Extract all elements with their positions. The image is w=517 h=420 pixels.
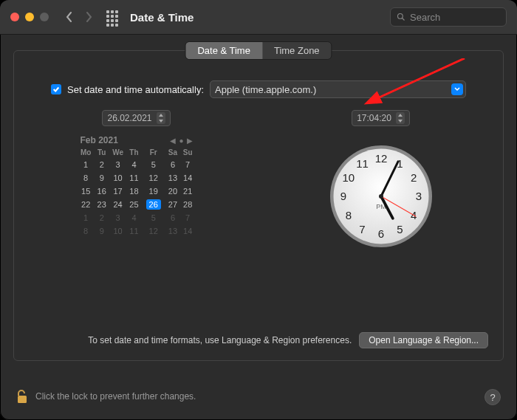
calendar-day[interactable]: 9: [95, 171, 109, 185]
calendar-next-icon[interactable]: ▶: [187, 137, 193, 145]
calendar-day[interactable]: 5: [141, 211, 165, 224]
back-button[interactable]: [62, 10, 77, 24]
svg-text:10: 10: [342, 171, 355, 184]
calendar-day[interactable]: 8: [78, 171, 95, 185]
calendar-day[interactable]: 3: [109, 158, 127, 171]
auto-set-label: Set date and time automatically:: [67, 84, 204, 95]
window-controls: [10, 13, 49, 21]
tab-bar: Date & Time Time Zone: [185, 41, 332, 60]
calendar-day[interactable]: 16: [95, 185, 109, 198]
calendar-day[interactable]: 12: [141, 171, 165, 185]
calendar-day[interactable]: 8: [78, 224, 95, 238]
time-stepper-value: 17:04:20: [357, 113, 391, 123]
lock-row: Click the lock to prevent further change…: [16, 389, 196, 404]
calendar-day[interactable]: 17: [109, 185, 127, 198]
calendar-day[interactable]: 11: [127, 171, 142, 185]
calendar-day[interactable]: 5: [141, 158, 165, 171]
footer-row: To set date and time formats, use Langua…: [29, 332, 488, 348]
minimize-window-button[interactable]: [25, 13, 34, 21]
calendar-day[interactable]: 15: [78, 185, 95, 198]
window-title: Date & Time: [130, 11, 194, 24]
auto-set-checkbox[interactable]: [51, 84, 61, 94]
search-icon: [397, 13, 405, 21]
lock-text: Click the lock to prevent further change…: [35, 391, 196, 402]
time-stepper[interactable]: 17:04:20: [352, 110, 410, 126]
content-panel: Date & Time Time Zone Set date and time …: [13, 50, 504, 361]
calendar-day[interactable]: 20: [165, 185, 180, 198]
calendar-month-year: Feb 2021: [81, 135, 118, 145]
calendar-grid[interactable]: MoTuWeThFrSaSu12345678910111213141516171…: [78, 147, 196, 238]
show-all-icon[interactable]: [106, 10, 120, 24]
time-server-combobox[interactable]: Apple (time.apple.com.): [210, 80, 466, 98]
svg-text:2: 2: [410, 171, 416, 184]
date-stepper[interactable]: 26.02.2021: [102, 110, 170, 126]
tab-time-zone[interactable]: Time Zone: [262, 42, 332, 59]
svg-point-0: [398, 14, 403, 19]
calendar-day[interactable]: 25: [127, 198, 142, 211]
svg-line-1: [403, 18, 405, 21]
calendar-day[interactable]: 14: [180, 171, 196, 185]
calendar-day[interactable]: 28: [180, 198, 196, 211]
calendar-day[interactable]: 6: [165, 158, 180, 171]
time-server-value: Apple (time.apple.com.): [215, 84, 316, 95]
calendar-nav[interactable]: ◀ ● ▶: [170, 137, 192, 145]
calendar-day[interactable]: 3: [109, 211, 127, 224]
calendar-day[interactable]: 23: [95, 198, 109, 211]
auto-set-row: Set date and time automatically: Apple (…: [51, 80, 466, 98]
calendar-day[interactable]: 11: [127, 224, 142, 238]
calendar-day[interactable]: 7: [180, 158, 196, 171]
calendar-today-icon[interactable]: ●: [179, 137, 183, 145]
calendar-day[interactable]: 18: [127, 185, 142, 198]
zoom-window-button[interactable]: [40, 13, 49, 21]
help-button[interactable]: ?: [485, 389, 501, 405]
calendar-day[interactable]: 1: [78, 158, 95, 171]
calendar-day[interactable]: 12: [141, 224, 165, 238]
svg-text:5: 5: [397, 223, 403, 235]
footer-hint: To set date and time formats, use Langua…: [88, 335, 352, 345]
svg-text:8: 8: [345, 209, 351, 221]
search-field[interactable]: Search: [390, 7, 507, 27]
forward-button[interactable]: [81, 10, 96, 24]
calendar-day[interactable]: 22: [78, 198, 95, 211]
calendar-day[interactable]: 21: [180, 185, 196, 198]
calendar-day[interactable]: 7: [180, 211, 196, 224]
stepper-arrows-icon: [396, 112, 405, 124]
calendar-day[interactable]: 24: [109, 198, 127, 211]
calendar[interactable]: Feb 2021 ◀ ● ▶ MoTuWeThFrSaSu12345678910…: [78, 134, 196, 238]
calendar-day[interactable]: 2: [95, 158, 109, 171]
svg-text:6: 6: [377, 227, 383, 240]
calendar-day[interactable]: 26: [141, 198, 165, 211]
calendar-day[interactable]: 2: [95, 211, 109, 224]
calendar-day[interactable]: 13: [165, 171, 180, 185]
calendar-day[interactable]: 9: [95, 224, 109, 238]
open-language-region-button[interactable]: Open Language & Region...: [359, 332, 488, 348]
svg-rect-18: [18, 396, 27, 403]
calendar-day[interactable]: 19: [141, 185, 165, 198]
svg-text:9: 9: [340, 190, 346, 202]
svg-point-17: [379, 194, 383, 199]
svg-text:12: 12: [374, 152, 387, 165]
calendar-day[interactable]: 14: [180, 224, 196, 238]
calendar-day[interactable]: 4: [127, 211, 142, 224]
calendar-day[interactable]: 27: [165, 198, 180, 211]
calendar-day[interactable]: 6: [165, 211, 180, 224]
calendar-day[interactable]: 1: [78, 211, 95, 224]
close-window-button[interactable]: [10, 13, 19, 21]
lock-open-icon[interactable]: [16, 389, 28, 404]
analog-clock: 123456789101112 PM: [326, 141, 436, 252]
time-column: 17:04:20 123456789101112: [258, 110, 503, 316]
preferences-window: Date & Time Search Date & Time Time Zone…: [0, 0, 517, 420]
nav-buttons: [62, 10, 96, 24]
calendar-day[interactable]: 10: [109, 224, 127, 238]
svg-text:7: 7: [359, 223, 365, 235]
calendar-prev-icon[interactable]: ◀: [170, 137, 176, 145]
titlebar: Date & Time Search: [0, 0, 517, 35]
stepper-arrows-icon: [157, 112, 165, 124]
calendar-day[interactable]: 4: [127, 158, 142, 171]
svg-text:3: 3: [415, 190, 421, 202]
calendar-day[interactable]: 10: [109, 171, 127, 185]
calendar-day[interactable]: 13: [165, 224, 180, 238]
tab-date-time[interactable]: Date & Time: [185, 42, 262, 59]
date-stepper-value: 26.02.2021: [107, 113, 151, 123]
date-column: 26.02.2021 Feb 2021 ◀ ● ▶: [14, 110, 258, 316]
